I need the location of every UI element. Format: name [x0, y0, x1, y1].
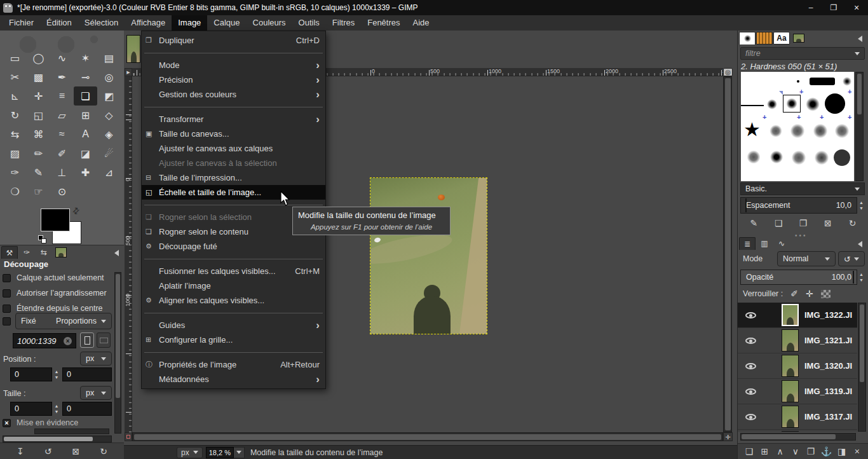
save-tool-preset-button[interactable]: ↧: [12, 446, 29, 456]
pencil-tool-icon[interactable]: ✏: [27, 144, 50, 163]
landscape-orientation-button[interactable]: [97, 332, 111, 348]
color-picker-tool-icon[interactable]: ⊸: [74, 67, 97, 86]
menu-item-mode[interactable]: Mode ›: [142, 58, 325, 72]
bucket-fill-tool-icon[interactable]: ◈: [97, 125, 121, 144]
opacity-slider[interactable]: Opacité 100,0: [740, 270, 857, 285]
menu-item-gestion-couleurs[interactable]: Gestion des couleurs ›: [142, 87, 325, 102]
aspect-ratio-input[interactable]: 1000:1339 ×: [13, 333, 76, 348]
IMG_1317.JI[interactable]: IMG_1317.JI: [738, 404, 857, 430]
tab-fonts[interactable]: Aa: [773, 32, 790, 45]
maximize-button[interactable]: ❐: [822, 0, 845, 15]
unified-transform-tool-icon[interactable]: ◩: [97, 86, 121, 106]
menu-separator[interactable]: ›: [142, 254, 325, 264]
paths-tool-icon[interactable]: ✒: [50, 67, 74, 86]
brush-block[interactable]: [810, 78, 835, 85]
brush-selected-cell[interactable]: [783, 95, 801, 113]
option-expand-from-center[interactable]: Étendre depuis le centre: [3, 304, 103, 313]
move-tool-icon[interactable]: ✛: [27, 86, 50, 106]
brush-preset-dropdown[interactable]: Basic.: [740, 182, 865, 195]
slider-handle[interactable]: [853, 271, 854, 284]
spinner-arrows[interactable]: ▲▼: [53, 404, 60, 414]
delete-layer-button[interactable]: ×: [851, 446, 864, 456]
visibility-eye-icon[interactable]: [745, 312, 756, 319]
mode-switch-dropdown[interactable]: ↺: [838, 251, 865, 266]
menu-item-fusionner-calques[interactable]: Fusionner les calques visibles... Ctrl+M…: [142, 264, 325, 278]
brush-texture[interactable]: [768, 148, 785, 166]
menu-item-aplatir-image[interactable]: Aplatir l’image ›: [142, 278, 325, 293]
menu-item-echelle-taille-image[interactable]: ◱ Échelle et taille de l’image... ›: [142, 185, 325, 200]
menu-item-ajuster-canevas-calques[interactable]: Ajuster le canevas aux calques ›: [142, 141, 325, 156]
visibility-eye-icon[interactable]: [745, 338, 756, 344]
brush-texture[interactable]: [834, 149, 850, 166]
statusbar-unit-dropdown[interactable]: px: [177, 447, 203, 458]
size-x-field[interactable]: 0: [10, 402, 52, 416]
image-tab-thumbnail[interactable]: [126, 35, 140, 63]
slider-handle[interactable]: [745, 198, 747, 212]
duplicate-layer-button[interactable]: ❐: [804, 446, 817, 456]
select-by-color-tool-icon[interactable]: ▤: [97, 48, 121, 67]
merge-layer-button[interactable]: ◨: [836, 446, 848, 456]
scrollbar-thumb[interactable]: [742, 434, 836, 439]
tab-brushes[interactable]: [739, 32, 756, 45]
layer-list-vscrollbar[interactable]: [858, 303, 866, 432]
menu-separator[interactable]: ›: [142, 102, 325, 112]
collapse-dock-icon[interactable]: [114, 250, 119, 256]
tab-patterns[interactable]: [756, 32, 773, 45]
collapse-dock-icon[interactable]: [858, 241, 862, 247]
lock-alpha-icon[interactable]: [821, 290, 831, 298]
option-allow-growing[interactable]: Autoriser l’agrandissemer: [3, 289, 107, 298]
brush-star[interactable]: ★: [743, 120, 761, 139]
brush-grid[interactable]: + + + + + + ★: [741, 72, 854, 181]
dodge-burn-tool-icon[interactable]: ⊙: [50, 182, 74, 201]
zoom-tool-icon[interactable]: ◎: [97, 67, 121, 86]
IMG_1319.JI[interactable]: IMG_1319.JI: [738, 379, 857, 404]
option-highlight[interactable]: × Mise en évidence: [3, 418, 78, 427]
handle-transform-tool-icon[interactable]: ⊞: [74, 106, 97, 125]
ink-tool-icon[interactable]: ✑: [3, 163, 27, 182]
blur-tool-icon[interactable]: ❍: [3, 182, 27, 201]
brush-line[interactable]: [741, 105, 764, 106]
scissors-select-tool-icon[interactable]: ✂: [3, 67, 27, 86]
rectangle-select-tool-icon[interactable]: ▭: [3, 48, 27, 67]
menu-separator[interactable]: ›: [142, 48, 325, 58]
new-layer-button[interactable]: ❏: [743, 446, 756, 456]
scrollbar-thumb[interactable]: [725, 78, 731, 430]
size-y-field[interactable]: 0: [62, 402, 112, 416]
mypaint-brush-tool-icon[interactable]: ✎: [27, 163, 50, 182]
menu-item-precision[interactable]: Précision ›: [142, 72, 325, 87]
option-current-layer[interactable]: Calque actuel seulement: [3, 273, 104, 282]
brush-grid-vscrollbar[interactable]: [855, 72, 864, 181]
menu-edition[interactable]: Édition: [40, 15, 78, 31]
menu-item-configurer-grille[interactable]: ⊞ Configurer la grille... ›: [142, 332, 325, 347]
collapse-dock-icon[interactable]: [858, 36, 862, 42]
checkbox[interactable]: [3, 274, 11, 282]
scrollbar-thumb[interactable]: [134, 434, 721, 440]
brush-texture[interactable]: [812, 148, 831, 167]
brush-texture[interactable]: [832, 121, 851, 140]
layer-row[interactable]: [738, 430, 857, 432]
size-unit-dropdown[interactable]: px: [80, 386, 112, 400]
menu-calque[interactable]: Calque: [207, 15, 246, 31]
visibility-eye-icon[interactable]: [745, 388, 756, 395]
clone-tool-icon[interactable]: ⊥: [50, 163, 74, 182]
fuzzy-select-tool-icon[interactable]: ✶: [74, 48, 97, 67]
duplicate-brush-button[interactable]: ❐: [795, 218, 811, 228]
perspective-clone-tool-icon[interactable]: ⊿: [97, 163, 121, 182]
layer-mode-dropdown[interactable]: Normal: [777, 251, 836, 266]
heal-tool-icon[interactable]: ✚: [74, 163, 97, 182]
zoom-follow-window-button[interactable]: ◎: [723, 68, 733, 76]
edit-brush-button[interactable]: ✎: [745, 218, 762, 228]
foreground-color-swatch[interactable]: [41, 209, 70, 231]
menu-item-transformer[interactable]: Transformer ›: [142, 112, 325, 127]
tab-paths[interactable]: ∿: [773, 237, 790, 250]
position-unit-dropdown[interactable]: px: [80, 352, 112, 366]
menu-item-aligner-calques[interactable]: ⚙ Aligner les calques visibles... ›: [142, 293, 325, 308]
brush-hardness-025[interactable]: [765, 97, 779, 111]
menu-image[interactable]: Image: [172, 15, 207, 31]
spinner-arrows[interactable]: ▲▼: [859, 200, 864, 210]
checkbox-checked[interactable]: ×: [3, 419, 11, 427]
eraser-tool-icon[interactable]: ◪: [74, 144, 97, 163]
brush-texture[interactable]: [789, 148, 808, 167]
brush-soft-ellipse[interactable]: [836, 75, 854, 88]
fixed-dropdown[interactable]: Fixé Proportions: [15, 313, 112, 329]
